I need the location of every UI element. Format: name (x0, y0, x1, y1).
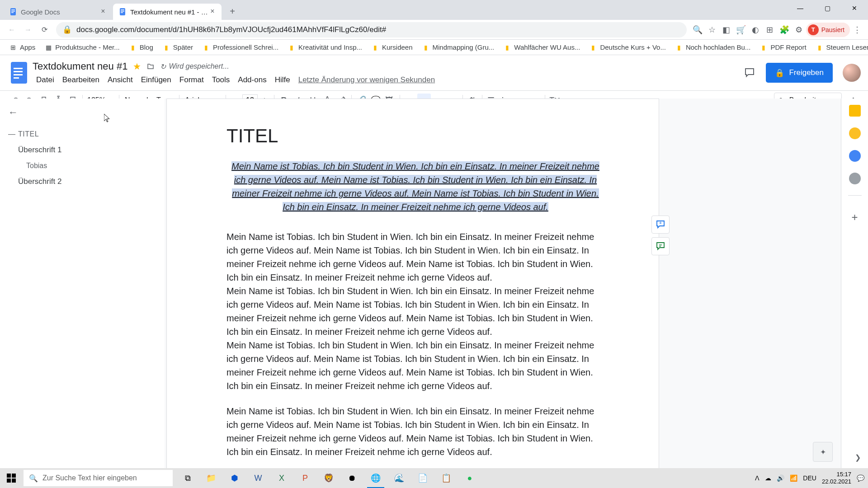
chrome-address-bar: ← → ⟳ 🔒 docs.google.com/document/d/1hUH8… (0, 20, 868, 40)
start-button[interactable] (0, 468, 23, 488)
document-paragraph[interactable]: Mein Name ist Tobias. Ich bin Student in… (226, 230, 604, 284)
tab-close-icon[interactable]: × (209, 8, 216, 15)
document-paragraph[interactable]: Mein Name ist Tobias. Ich bin Student in… (226, 338, 604, 393)
keep-addon-button[interactable] (849, 127, 861, 139)
share-button[interactable]: 🔒 Freigeben (766, 63, 833, 83)
profile-button[interactable]: T Pausiert (806, 23, 850, 37)
move-button[interactable] (146, 62, 155, 70)
document-paragraph-selected[interactable]: Mein Name ist Tobias. Ich bin Student in… (226, 160, 604, 214)
outline-item[interactable]: TITEL (8, 127, 156, 142)
chrome-menu-icon[interactable]: ⋮ (850, 23, 864, 37)
taskbar-app-explorer[interactable]: 📁 (200, 468, 222, 488)
menu-view[interactable]: Ansicht (104, 74, 137, 86)
taskbar-app[interactable]: 🦁 (317, 468, 340, 488)
menu-help[interactable]: Hilfe (271, 74, 294, 86)
bookmark-item[interactable]: ▮Blog (125, 42, 157, 53)
apps-shortcut[interactable]: ⊞Apps (5, 42, 39, 53)
extension-icon[interactable]: ◐ (748, 23, 763, 37)
suggest-edit-button[interactable] (651, 237, 670, 255)
window-minimize-button[interactable]: — (787, 0, 814, 16)
extension-icon[interactable]: ⚙ (792, 23, 806, 37)
star-button[interactable]: ★ (133, 61, 141, 72)
wifi-icon[interactable]: 📶 (790, 474, 797, 482)
menu-tools[interactable]: Tools (208, 74, 234, 86)
account-avatar[interactable] (843, 64, 861, 82)
side-panel-toggle[interactable]: ❯ (855, 453, 861, 462)
menu-format[interactable]: Format (176, 74, 208, 86)
tasks-addon-button[interactable] (849, 150, 861, 162)
outline-collapse-button[interactable]: ← (8, 107, 156, 118)
bookmark-item[interactable]: ▮Noch hochladen Bu... (671, 42, 754, 53)
taskbar-app[interactable]: 📋 (435, 468, 458, 488)
menu-insert[interactable]: Einfügen (137, 74, 175, 86)
tab-close-icon[interactable]: × (99, 8, 107, 15)
bookmark-item[interactable]: ▮Kreativität und Insp... (284, 42, 366, 53)
menu-addons[interactable]: Add-ons (234, 74, 270, 86)
volume-icon[interactable]: 🔊 (777, 474, 784, 482)
url-bar[interactable]: 🔒 docs.google.com/document/d/1hUH8k6h7Lb… (56, 22, 687, 38)
bookmark-item[interactable]: ▮PDF Report (756, 42, 810, 53)
window-close-button[interactable]: ✕ (841, 0, 868, 16)
contacts-addon-button[interactable] (849, 173, 861, 184)
taskbar-app-obs[interactable]: ⏺ (341, 468, 363, 488)
zoom-icon[interactable]: 🔍 (690, 23, 705, 37)
outline-item[interactable]: Überschrift 2 (8, 174, 156, 190)
extension-icon[interactable]: ⊞ (763, 23, 777, 37)
bookmark-item[interactable]: ▮Mindmapping (Gru... (418, 42, 498, 53)
folder-icon: ▮ (202, 43, 210, 52)
lock-icon: 🔒 (62, 25, 72, 34)
taskbar-app-edge[interactable]: 🌊 (388, 468, 410, 488)
clock[interactable]: 15:17 22.02.2021 (822, 471, 851, 485)
taskbar-app[interactable]: 📄 (411, 468, 434, 488)
task-view-button[interactable]: ⧉ (176, 468, 199, 488)
browser-tab-docs-home[interactable]: Google Docs × (4, 4, 112, 20)
notifications-icon[interactable]: 💬 (857, 474, 864, 482)
bookmark-item[interactable]: ▮Professionell Schrei... (198, 42, 282, 53)
bookmark-item[interactable]: ▮Kursideen (368, 42, 416, 53)
document-canvas[interactable]: TITEL Mein Name ist Tobias. Ich bin Stud… (165, 99, 841, 468)
bookmark-item[interactable]: ▮Steuern Lesen !!!! (812, 42, 868, 53)
bookmark-item[interactable]: ▮Deutsche Kurs + Vo... (585, 42, 670, 53)
outline-item[interactable]: Tobias (8, 158, 156, 174)
document-page[interactable]: TITEL Mein Name ist Tobias. Ich bin Stud… (166, 99, 659, 468)
comment-history-button[interactable] (740, 63, 760, 83)
taskbar-app-word[interactable]: W (247, 468, 269, 488)
cloud-icon[interactable]: ☁ (765, 474, 771, 482)
taskbar-app-excel[interactable]: X (270, 468, 293, 488)
taskbar-app[interactable]: ⬢ (223, 468, 246, 488)
nav-forward-button[interactable]: → (20, 22, 36, 38)
document-paragraph[interactable]: Mein Name ist Tobias. Ich bin Student in… (226, 404, 604, 459)
tab-title: Textdokument neu #1 - Google... (130, 8, 209, 16)
language-indicator[interactable]: DEU (803, 474, 816, 482)
document-title[interactable]: Textdokument neu #1 (33, 61, 127, 72)
menu-edit[interactable]: Bearbeiten (59, 74, 103, 86)
outline-item[interactable]: Überschrift 1 (8, 142, 156, 158)
window-maximize-button[interactable]: ▢ (814, 0, 841, 16)
get-addons-button[interactable]: + (851, 211, 858, 224)
last-change-link[interactable]: Letzte Änderung vor wenigen Sekunden (298, 75, 435, 84)
menu-file[interactable]: Datei (33, 74, 58, 86)
new-tab-button[interactable]: + (226, 5, 239, 18)
document-heading-title[interactable]: TITEL (226, 125, 604, 147)
taskbar-search[interactable]: 🔍 Zur Suche Text hier eingeben (24, 470, 173, 486)
extension-icon[interactable]: 🛒 (734, 23, 748, 37)
extensions-puzzle-icon[interactable]: 🧩 (777, 23, 792, 37)
explore-button[interactable]: ✦ (813, 442, 833, 462)
add-comment-button[interactable]: + (651, 216, 670, 234)
browser-tab-document[interactable]: Textdokument neu #1 - Google... × (113, 4, 222, 20)
docs-home-button[interactable] (7, 61, 31, 84)
bookmark-item[interactable]: ▦Produktsuche - Mer... (41, 42, 123, 53)
document-paragraph[interactable]: Mein Name ist Tobias. Ich bin Student in… (226, 284, 604, 338)
calendar-addon-button[interactable] (849, 105, 861, 117)
taskbar-app-spotify[interactable]: ● (458, 468, 481, 488)
nav-back-button[interactable]: ← (4, 22, 20, 38)
tray-expand-icon[interactable]: ᐱ (755, 474, 760, 482)
bookmark-item[interactable]: ▮Später (159, 42, 197, 53)
bookmark-item[interactable]: ▮Wahlfächer WU Aus... (500, 42, 584, 53)
taskbar-app-chrome[interactable]: 🌐 (364, 468, 387, 488)
bookmark-star-icon[interactable]: ☆ (705, 23, 719, 37)
nav-reload-button[interactable]: ⟳ (36, 22, 52, 38)
extension-icon[interactable]: ◧ (719, 23, 734, 37)
taskbar-app-powerpoint[interactable]: P (294, 468, 316, 488)
svg-rect-1 (11, 9, 15, 10)
